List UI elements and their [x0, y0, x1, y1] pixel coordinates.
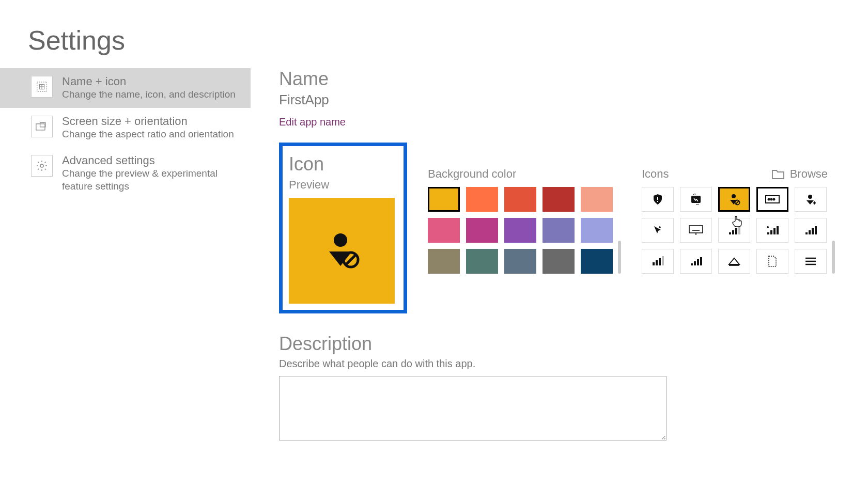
icon-option-user-add[interactable]: [795, 187, 827, 212]
icon-option-dashed-doc[interactable]: [756, 249, 788, 274]
svg-point-6: [40, 164, 43, 167]
sidebar-item-title: Name + icon: [62, 75, 236, 88]
screen-icon: [31, 116, 53, 137]
user-block-icon: [727, 193, 741, 206]
svg-rect-29: [729, 232, 731, 234]
icon-option-bars-2[interactable]: [795, 218, 827, 243]
page-title: Settings: [0, 0, 868, 68]
svg-rect-39: [809, 230, 811, 234]
icon-option-bars-up[interactable]: [642, 249, 674, 274]
svg-rect-49: [700, 257, 702, 265]
svg-rect-40: [812, 228, 814, 234]
settings-sidebar: Name + icon Change the name, icon, and d…: [0, 68, 251, 443]
send-plane-icon: [728, 256, 740, 266]
folder-icon: [771, 168, 785, 180]
icon-option-bars-1[interactable]: [718, 218, 750, 243]
menu-lines-icon: [804, 257, 817, 266]
icon-heading: Icon: [289, 153, 397, 175]
description-subtitle: Describe what people can do with this ap…: [279, 358, 868, 370]
sidebar-item-text: Name + icon Change the name, icon, and d…: [62, 75, 236, 101]
svg-rect-34: [767, 232, 769, 234]
svg-rect-38: [805, 232, 808, 234]
color-swatch[interactable]: [504, 249, 536, 274]
color-swatch[interactable]: [428, 249, 460, 274]
svg-rect-5: [40, 122, 45, 127]
icon-preview-block: Icon Preview: [279, 143, 407, 313]
gear-icon: [31, 155, 53, 177]
svg-rect-42: [653, 262, 655, 265]
icons-label: Icons: [642, 167, 669, 181]
icon-option-send-plane[interactable]: [718, 249, 750, 274]
svg-rect-11: [657, 201, 658, 202]
icon-option-shield-alert[interactable]: [642, 187, 674, 212]
icon-option-swap-photo[interactable]: [680, 187, 712, 212]
browse-label: Browse: [790, 167, 828, 181]
color-swatch[interactable]: [581, 187, 613, 212]
description-input[interactable]: [279, 376, 667, 440]
svg-rect-47: [694, 261, 696, 265]
icon-option-menu-lines[interactable]: [795, 249, 827, 274]
icon-option-user-block[interactable]: [718, 187, 750, 212]
shield-alert-icon: [652, 193, 664, 206]
color-swatch[interactable]: [542, 187, 575, 212]
color-swatch[interactable]: [466, 187, 498, 212]
svg-rect-30: [732, 230, 734, 234]
bars-signal-1-icon: [728, 225, 740, 235]
svg-point-20: [808, 195, 812, 199]
bars-signal-3-icon: [690, 256, 702, 266]
color-swatch[interactable]: [504, 187, 536, 212]
icon-option-keyboard[interactable]: [680, 218, 712, 243]
color-swatch[interactable]: [504, 218, 536, 243]
svg-point-33: [767, 226, 769, 228]
preview-label: Preview: [289, 178, 397, 192]
icon-grid: [642, 187, 827, 274]
color-swatch[interactable]: [581, 249, 613, 274]
app-name-value: FirstApp: [279, 92, 868, 108]
grid-icon: [31, 76, 53, 98]
svg-rect-37: [777, 226, 779, 234]
dashed-doc-icon: [767, 255, 778, 267]
color-scroll-indicator[interactable]: [618, 241, 621, 274]
color-swatch[interactable]: [466, 218, 498, 243]
sidebar-item-subtitle: Change the aspect ratio and orientation: [62, 128, 234, 141]
sidebar-item-title: Advanced settings: [62, 154, 244, 167]
svg-rect-35: [770, 230, 772, 234]
svg-rect-45: [662, 256, 664, 265]
color-swatch[interactable]: [542, 218, 575, 243]
sidebar-item-text: Screen size + orientation Change the asp…: [62, 115, 234, 141]
background-color-label: Background color: [428, 167, 621, 181]
icon-option-pointer-plus[interactable]: [642, 218, 674, 243]
svg-rect-41: [815, 226, 817, 234]
name-section: Name FirstApp Edit app name: [279, 68, 868, 143]
edit-app-name-link[interactable]: Edit app name: [279, 116, 346, 128]
icon-scroll-indicator[interactable]: [832, 241, 835, 274]
keyboard-icon: [689, 225, 703, 235]
icon-section: Icon Preview Background color: [279, 143, 868, 313]
svg-rect-46: [691, 263, 693, 265]
description-section: Description Describe what people can do …: [279, 333, 868, 443]
icon-option-bars-3[interactable]: [680, 249, 712, 274]
svg-rect-48: [697, 259, 699, 265]
icon-option-bars-dot[interactable]: [756, 218, 788, 243]
icon-option-input-slot[interactable]: [756, 187, 788, 212]
svg-point-19: [773, 199, 775, 200]
pointer-plus-icon: [652, 225, 663, 236]
sidebar-item-screen-size[interactable]: Screen size + orientation Change the asp…: [0, 108, 251, 148]
svg-point-17: [768, 199, 770, 200]
layout-root: Name + icon Change the name, icon, and d…: [0, 68, 868, 443]
svg-rect-44: [659, 258, 661, 265]
background-color-grid: [428, 187, 613, 274]
bars-signal-2-icon: [804, 225, 817, 235]
color-swatch[interactable]: [466, 249, 498, 274]
svg-rect-21: [689, 226, 703, 233]
color-swatch[interactable]: [542, 249, 575, 274]
color-swatch[interactable]: [581, 218, 613, 243]
sidebar-item-advanced[interactable]: Advanced settings Change the preview & e…: [0, 147, 251, 199]
color-swatch[interactable]: [428, 218, 460, 243]
svg-rect-31: [735, 228, 737, 234]
description-heading: Description: [279, 333, 868, 355]
bars-dot-icon: [766, 225, 779, 235]
sidebar-item-name-icon[interactable]: Name + icon Change the name, icon, and d…: [0, 68, 251, 108]
browse-button[interactable]: Browse: [771, 167, 828, 181]
color-swatch[interactable]: [428, 187, 460, 212]
